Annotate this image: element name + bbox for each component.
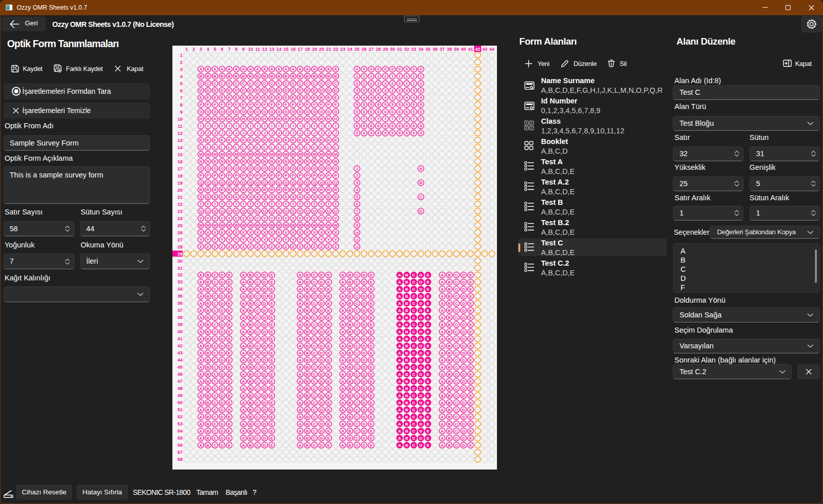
svg-text:11: 11 bbox=[255, 47, 260, 52]
svg-text:7: 7 bbox=[228, 47, 230, 52]
svg-text:11: 11 bbox=[355, 238, 359, 241]
svg-text:1: 1 bbox=[185, 47, 188, 52]
svg-text:28: 28 bbox=[177, 244, 183, 249]
svg-text:20: 20 bbox=[319, 47, 324, 52]
svg-text:57: 57 bbox=[177, 450, 183, 455]
svg-text:34: 34 bbox=[177, 286, 183, 292]
svg-text:52: 52 bbox=[177, 414, 183, 419]
svg-text:22: 22 bbox=[177, 202, 183, 207]
svg-text:48: 48 bbox=[177, 386, 183, 391]
svg-text:55: 55 bbox=[177, 436, 183, 441]
svg-text:C: C bbox=[419, 195, 422, 199]
svg-text:3: 3 bbox=[199, 47, 202, 52]
svg-text:40: 40 bbox=[461, 47, 466, 52]
svg-text:41: 41 bbox=[468, 47, 473, 52]
svg-text:44: 44 bbox=[177, 357, 183, 363]
svg-text:B: B bbox=[419, 181, 422, 185]
svg-text:21: 21 bbox=[326, 47, 331, 52]
svg-text:2: 2 bbox=[180, 60, 183, 65]
svg-text:32: 32 bbox=[404, 47, 409, 52]
svg-text:54: 54 bbox=[177, 428, 183, 434]
svg-text:49: 49 bbox=[177, 393, 183, 398]
svg-text:25: 25 bbox=[177, 223, 183, 228]
svg-text:28: 28 bbox=[376, 47, 381, 52]
svg-text:26: 26 bbox=[362, 47, 367, 52]
svg-text:5: 5 bbox=[356, 195, 359, 199]
svg-text:37: 37 bbox=[177, 308, 183, 313]
svg-text:2: 2 bbox=[192, 47, 195, 52]
svg-text:39: 39 bbox=[177, 322, 183, 327]
svg-text:6: 6 bbox=[221, 47, 223, 52]
svg-text:23: 23 bbox=[340, 47, 345, 52]
svg-text:9: 9 bbox=[242, 47, 244, 52]
svg-text:35: 35 bbox=[177, 294, 183, 299]
svg-text:14: 14 bbox=[177, 145, 183, 150]
svg-text:35: 35 bbox=[425, 47, 431, 52]
svg-text:56: 56 bbox=[177, 443, 183, 448]
svg-text:45: 45 bbox=[177, 365, 183, 370]
svg-text:6: 6 bbox=[180, 88, 183, 93]
svg-text:36: 36 bbox=[433, 47, 438, 52]
svg-text:18: 18 bbox=[177, 173, 183, 178]
svg-text:58: 58 bbox=[177, 457, 183, 462]
svg-text:16: 16 bbox=[177, 159, 183, 164]
svg-text:39: 39 bbox=[454, 47, 459, 52]
svg-text:43: 43 bbox=[177, 350, 183, 355]
svg-text:17: 17 bbox=[298, 47, 303, 52]
svg-text:38: 38 bbox=[177, 315, 183, 320]
svg-text:19: 19 bbox=[177, 181, 183, 186]
svg-text:16: 16 bbox=[291, 47, 296, 52]
svg-text:5: 5 bbox=[180, 81, 183, 86]
svg-text:11: 11 bbox=[177, 124, 183, 129]
svg-text:20: 20 bbox=[177, 188, 183, 193]
svg-text:3: 3 bbox=[180, 67, 183, 72]
svg-text:27: 27 bbox=[369, 47, 374, 52]
svg-text:14: 14 bbox=[276, 47, 281, 52]
svg-text:30: 30 bbox=[390, 47, 395, 52]
svg-text:1: 1 bbox=[180, 53, 183, 58]
svg-text:13: 13 bbox=[269, 47, 274, 52]
svg-text:9: 9 bbox=[356, 223, 359, 228]
svg-text:33: 33 bbox=[411, 47, 416, 52]
svg-text:31: 31 bbox=[177, 266, 183, 271]
svg-text:6: 6 bbox=[356, 202, 359, 206]
svg-text:4: 4 bbox=[356, 188, 359, 192]
svg-text:51: 51 bbox=[177, 407, 183, 412]
svg-text:12: 12 bbox=[262, 47, 267, 52]
svg-text:10: 10 bbox=[248, 47, 253, 52]
svg-text:15: 15 bbox=[177, 152, 183, 157]
svg-text:33: 33 bbox=[177, 279, 183, 284]
svg-text:8: 8 bbox=[356, 216, 359, 221]
svg-text:2: 2 bbox=[356, 173, 359, 178]
svg-text:37: 37 bbox=[440, 47, 445, 52]
svg-text:43: 43 bbox=[482, 47, 487, 52]
svg-text:42: 42 bbox=[177, 343, 183, 348]
svg-text:40: 40 bbox=[177, 329, 183, 334]
svg-text:A: A bbox=[419, 166, 422, 171]
svg-text:44: 44 bbox=[489, 47, 494, 52]
svg-text:10: 10 bbox=[177, 117, 183, 122]
svg-text:7: 7 bbox=[180, 95, 183, 100]
svg-text:25: 25 bbox=[354, 47, 360, 52]
svg-text:4: 4 bbox=[180, 74, 183, 79]
svg-text:24: 24 bbox=[177, 216, 183, 221]
svg-text:29: 29 bbox=[177, 251, 183, 257]
svg-text:9: 9 bbox=[180, 110, 183, 115]
svg-text:42: 42 bbox=[475, 47, 480, 52]
svg-text:36: 36 bbox=[177, 301, 183, 306]
svg-text:7: 7 bbox=[356, 209, 359, 213]
svg-text:21: 21 bbox=[177, 195, 183, 200]
svg-text:31: 31 bbox=[397, 47, 402, 52]
svg-text:10: 10 bbox=[355, 231, 359, 234]
svg-text:12: 12 bbox=[177, 131, 183, 136]
svg-text:26: 26 bbox=[177, 230, 183, 235]
svg-text:32: 32 bbox=[177, 272, 183, 277]
svg-text:1: 1 bbox=[356, 166, 359, 171]
svg-text:23: 23 bbox=[177, 209, 183, 214]
svg-text:3: 3 bbox=[356, 181, 359, 185]
svg-text:19: 19 bbox=[312, 47, 317, 52]
svg-text:38: 38 bbox=[447, 47, 452, 52]
svg-text:18: 18 bbox=[305, 47, 310, 52]
svg-text:53: 53 bbox=[177, 421, 183, 426]
svg-text:D: D bbox=[419, 209, 422, 213]
